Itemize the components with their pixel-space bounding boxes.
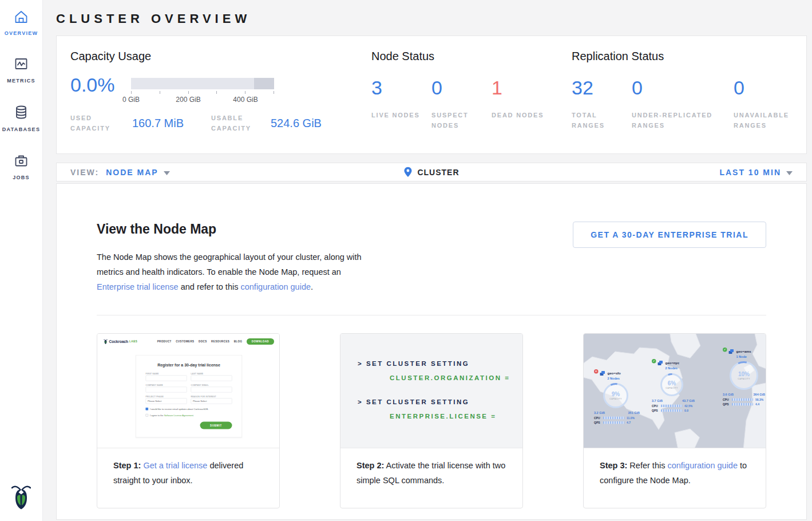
page-title: CLUSTER OVERVIEW [56,11,807,26]
used-capacity-value: 160.7 MiB [132,117,201,130]
locale-name: geo=ams [736,350,751,354]
get-trial-license-link[interactable]: Get a trial license [143,461,207,470]
node-cube-icon [657,360,664,366]
briefcase-icon [13,153,29,171]
step3-card: ✕ geo=sfo 2 Nodes [583,333,766,508]
usable-capacity-label: USABLE CAPACITY [211,113,264,133]
home-icon [13,9,29,26]
dead-nodes-value: 1 [492,78,552,97]
location-pin-icon [403,167,412,177]
capacity-donut: 6% CAPACITY [660,373,684,397]
capacity-donut: 10% CAPACITY [729,361,759,390]
suspect-nodes-stat: 0 SUSPECT NODES [431,78,492,131]
capacity-percent: 0.0% [70,75,131,94]
locale-node-count: 2 Nodes [666,366,678,370]
mock-download-button: DOWNLOAD [247,338,274,345]
qps-bar [603,421,624,424]
mock-nav-item: RESOURCES [211,340,229,343]
divider [97,315,766,315]
sql-command-arg: ENTERPRISE.LICENSE = [390,413,522,420]
sql-command: > SET CLUSTER SETTING [358,398,522,405]
sidebar-item-label: DATABASES [2,127,40,132]
qps-bar [732,403,753,406]
locale-used: 3.7 GiB [652,399,663,402]
locale-used: 3.2 GiB [594,411,605,415]
chevron-down-icon [164,168,170,177]
live-status-icon: ✓ [652,359,656,364]
locale-total: 351 GiB [628,411,640,415]
total-ranges-value: 32 [572,78,632,97]
suspect-nodes-label: SUSPECT NODES [431,110,486,131]
under-replicated-ranges-label: UNDER-REPLICATED RANGES [632,110,723,131]
live-nodes-stat: 3 LIVE NODES [371,78,431,131]
step2-card: > SET CLUSTER SETTING CLUSTER.ORGANIZATI… [340,333,523,508]
locale-qps: 0.0 [684,409,688,413]
dead-nodes-stat: 1 DEAD NODES [492,78,552,131]
step2-caption: Step 2: Activate the trial license with … [340,448,522,498]
step2-code-snippet: > SET CLUSTER SETTING CLUSTER.ORGANIZATI… [340,334,522,448]
unavailable-ranges-label: UNAVAILABLE RANGES [734,110,788,131]
capacity-donut: 9% CAPACITY [603,382,629,409]
sidebar-item-jobs[interactable]: JOBS [13,153,30,180]
step1-caption: Step 1: Get a trial license delivered st… [97,448,279,498]
chevron-down-icon [786,168,793,177]
mock-checkbox-checked [146,408,149,411]
node-locale-sfo: ✕ geo=sfo 2 Nodes [594,370,645,424]
locale-name: geo=nyc [666,361,680,365]
view-bar: VIEW: NODE MAP CLUSTER LAST 10 MIN [56,163,807,181]
mock-nav-item: BLOG [234,340,243,343]
mock-nav-item: CUSTOMERS [176,340,194,343]
sidebar: OVERVIEW METRICS DATABASES [0,0,43,521]
sidebar-item-label: JOBS [13,175,30,180]
used-capacity-label: USED CAPACITY [70,113,125,133]
view-label: VIEW: [70,168,99,177]
node-status-title: Node Status [371,50,572,63]
sql-command-arg: CLUSTER.ORGANIZATION = [390,374,522,381]
capacity-usage-title: Capacity Usage [70,50,371,63]
cluster-breadcrumb: CLUSTER [403,167,459,177]
node-cube-icon [600,370,606,376]
cluster-summary-panel: Capacity Usage 0.0% 0 GiB 200 GiB 400 Gi… [56,35,807,154]
total-ranges-label: TOTAL RANGES [572,110,626,131]
mock-cockroach-logo: CockroachLABS [104,339,137,345]
dead-nodes-label: DEAD NODES [492,110,546,120]
view-selector-dropdown[interactable]: NODE MAP [106,168,169,177]
enterprise-trial-license-link[interactable]: Enterprise trial license [97,282,179,291]
locale-total: 364 GiB [754,393,765,396]
under-replicated-ranges-value: 0 [632,78,734,97]
node-map-description: The Node Map shows the geographical layo… [97,250,366,294]
node-map-panel: View the Node Map The Node Map shows the… [56,183,807,520]
locale-cpu: 42.5% [684,404,692,408]
capacity-gauge-unusable-segment [254,78,274,89]
configuration-guide-link[interactable]: configuration guide [667,461,738,470]
step1-card: CockroachLABS PRODUCT CUSTOMERS DOCS RES… [97,333,280,508]
live-nodes-value: 3 [371,78,431,97]
node-cube-icon [728,349,735,354]
mock-trial-form: Register for a 30-day trial license FIRS… [136,355,242,437]
enterprise-trial-button[interactable]: GET A 30-DAY ENTERPRISE TRIAL [573,222,766,248]
mock-nav-item: DOCS [199,340,207,343]
sidebar-item-label: METRICS [7,78,35,84]
sql-command: > SET CLUSTER SETTING [358,360,522,367]
usable-capacity-value: 524.6 GiB [271,117,322,130]
locale-cpu: 58.3% [755,398,763,401]
gauge-tick-label: 400 GiB [233,96,258,104]
total-ranges-stat: 32 TOTAL RANGES [572,78,632,131]
cpu-bar [732,398,753,401]
database-icon [13,104,29,123]
configuration-guide-link[interactable]: configuration guide [240,282,311,291]
time-range-dropdown[interactable]: LAST 10 MIN [719,168,793,177]
capacity-gauge: 0 GiB 200 GiB 400 GiB [131,78,274,105]
mock-nav-item: PRODUCT [157,340,172,343]
sidebar-item-databases[interactable]: DATABASES [2,104,40,132]
step1-screenshot: CockroachLABS PRODUCT CUSTOMERS DOCS RES… [97,334,279,448]
locale-node-count: 1 Node [736,355,747,358]
sidebar-item-overview[interactable]: OVERVIEW [5,9,38,36]
gauge-tick-label: 0 GiB [122,96,140,104]
locale-name: geo=sfo [608,372,621,376]
locale-total: 43.7 GiB [682,399,695,402]
mock-checkbox-unchecked [146,414,149,417]
step3-node-map-preview: ✕ geo=sfo 2 Nodes [584,334,766,448]
dead-status-icon: ✕ [594,369,599,374]
sidebar-item-metrics[interactable]: METRICS [7,57,35,84]
